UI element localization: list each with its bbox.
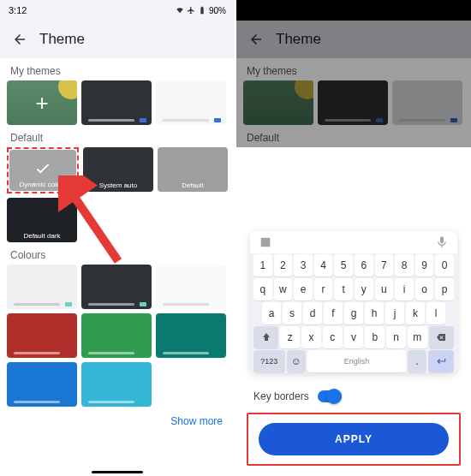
shift-key[interactable]: [253, 326, 278, 348]
colour-teal[interactable]: [156, 313, 226, 358]
my-theme-add[interactable]: +: [7, 80, 77, 125]
my-theme-light[interactable]: [156, 80, 226, 125]
period-key[interactable]: .: [408, 350, 427, 372]
apply-button[interactable]: APPLY: [259, 423, 449, 455]
key-a[interactable]: a: [262, 302, 281, 324]
symbols-key[interactable]: ?123: [253, 350, 285, 372]
key-x[interactable]: x: [301, 326, 321, 348]
status-bar: [236, 0, 471, 21]
airplane-icon: [187, 6, 195, 15]
header: Theme: [0, 21, 235, 58]
nav-pill: [92, 471, 143, 473]
key-r[interactable]: r: [314, 278, 333, 300]
key-i[interactable]: i: [395, 278, 414, 300]
wifi-icon: [176, 6, 184, 15]
key-j[interactable]: j: [385, 302, 404, 324]
colour-blue[interactable]: [7, 362, 77, 407]
key-s[interactable]: s: [283, 302, 301, 324]
battery-icon: [198, 6, 206, 15]
key-5[interactable]: 5: [334, 254, 353, 277]
mic-icon[interactable]: [435, 235, 449, 249]
left-phone: 3:12 90% Theme My themes + Default: [0, 0, 235, 476]
battery-pct: 90%: [209, 6, 226, 15]
keyboard-preview: 1234567890 qwertyuiop asdfghjkl zxcvbnm …: [250, 231, 457, 373]
key-m[interactable]: m: [408, 326, 427, 348]
backspace-key[interactable]: [429, 326, 454, 348]
theme-system-auto[interactable]: System auto: [83, 147, 153, 192]
status-time: 3:12: [9, 5, 27, 15]
key-k[interactable]: k: [406, 302, 425, 324]
status-bar: 3:12 90%: [0, 0, 235, 21]
enter-key[interactable]: [428, 350, 454, 372]
highlight-apply: APPLY: [247, 413, 461, 466]
colour-cyan[interactable]: [81, 362, 152, 407]
key-z[interactable]: z: [280, 326, 300, 348]
key-q[interactable]: q: [253, 278, 272, 300]
key-y[interactable]: y: [355, 278, 373, 300]
key-b[interactable]: b: [365, 326, 385, 348]
theme-dynamic-colour[interactable]: Dynamic colour: [9, 150, 76, 191]
key-p[interactable]: p: [435, 278, 454, 300]
dim-overlay: [236, 21, 471, 147]
key-u[interactable]: u: [375, 278, 394, 300]
back-icon[interactable]: [12, 32, 27, 47]
key-v[interactable]: v: [344, 326, 364, 348]
key-t[interactable]: t: [334, 278, 353, 300]
theme-default-dark[interactable]: Default dark: [7, 198, 77, 242]
keyboard-preview-panel: 1234567890 qwertyuiop asdfghjkl zxcvbnm …: [236, 221, 471, 476]
key-3[interactable]: 3: [294, 254, 313, 277]
key-f[interactable]: f: [324, 302, 343, 324]
theme-default[interactable]: Default: [158, 147, 228, 192]
colour-red[interactable]: [7, 313, 77, 358]
section-default: Default: [0, 125, 235, 147]
section-my-themes: My themes: [0, 58, 235, 80]
key-c[interactable]: c: [323, 326, 343, 348]
page-title: Theme: [39, 31, 85, 48]
key-o[interactable]: o: [415, 278, 434, 300]
key-borders-label: Key borders: [253, 390, 309, 402]
key-2[interactable]: 2: [274, 254, 293, 277]
key-h[interactable]: h: [365, 302, 384, 324]
key-9[interactable]: 9: [415, 254, 434, 277]
key-6[interactable]: 6: [355, 254, 373, 277]
key-7[interactable]: 7: [375, 254, 394, 277]
svg-rect-0: [261, 238, 271, 247]
key-w[interactable]: w: [274, 278, 293, 300]
highlight-dynamic-colour: Dynamic colour: [7, 147, 79, 193]
colour-dark[interactable]: [81, 265, 152, 309]
key-n[interactable]: n: [386, 326, 406, 348]
colour-light[interactable]: [7, 265, 77, 309]
key-l[interactable]: l: [426, 302, 445, 324]
key-1[interactable]: 1: [253, 254, 272, 277]
plus-icon: +: [35, 90, 48, 116]
colour-green[interactable]: [81, 313, 152, 358]
key-e[interactable]: e: [294, 278, 313, 300]
key-4[interactable]: 4: [314, 254, 333, 277]
key-8[interactable]: 8: [395, 254, 414, 277]
key-d[interactable]: d: [303, 302, 322, 324]
my-theme-dark[interactable]: [81, 80, 152, 125]
right-phone: Theme My themes Default 1234567890 qwert…: [236, 0, 471, 476]
key-g[interactable]: g: [344, 302, 363, 324]
key-0[interactable]: 0: [435, 254, 454, 277]
spacebar[interactable]: English: [307, 350, 405, 372]
emoji-key[interactable]: ☺: [287, 350, 307, 372]
show-more-link[interactable]: Show more: [0, 407, 235, 436]
check-icon: [33, 158, 52, 177]
key-borders-toggle[interactable]: [318, 390, 342, 402]
swatch-icon[interactable]: [259, 235, 272, 249]
colour-white[interactable]: [156, 265, 226, 309]
section-colours: Colours: [0, 242, 235, 265]
